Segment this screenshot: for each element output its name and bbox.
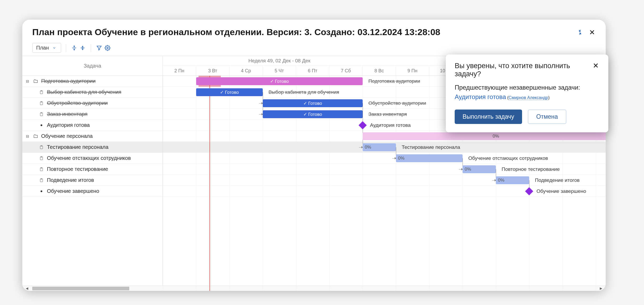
- gantt-bar[interactable]: ✓ ГотовоПодготовка аудитории: [196, 77, 363, 85]
- view-dropdown[interactable]: План: [32, 43, 61, 53]
- task-icon: [39, 178, 44, 183]
- day-cell: 8 Вс: [363, 66, 396, 76]
- task-name: Подведение итогов: [47, 177, 94, 183]
- close-icon[interactable]: [588, 29, 596, 36]
- timeline-row: 0%Подведение итогов: [163, 175, 606, 186]
- day-cell: 3 Вт: [196, 66, 229, 76]
- toolbar: План: [22, 41, 606, 56]
- task-row[interactable]: Заказ инвентаря: [22, 109, 163, 120]
- chevron-down-icon: [52, 46, 56, 50]
- collapse-toggle-icon[interactable]: ⊟: [26, 134, 31, 138]
- milestone-icon: [39, 123, 44, 127]
- pending-task-link[interactable]: Аудитория готова: [455, 93, 506, 100]
- gantt-bar[interactable]: 0%Тестирование персонала: [363, 143, 396, 151]
- task-row[interactable]: Тестирование персонала: [22, 142, 163, 153]
- window-actions: [577, 29, 596, 36]
- task-name: Повторное тестирование: [47, 166, 108, 172]
- task-name: Аудитория готова: [47, 122, 90, 128]
- task-row[interactable]: Аудитория готова: [22, 120, 163, 131]
- bar-label: Заказ инвентаря: [368, 111, 407, 117]
- task-icon: [39, 112, 44, 117]
- task-column-header: Задача: [22, 56, 163, 76]
- bar-label: Обучение завершено: [536, 188, 586, 194]
- filter-icon[interactable]: [96, 45, 103, 51]
- task-row[interactable]: Выбор кабинета для обучения: [22, 87, 163, 98]
- bar-label: Подведение итогов: [535, 177, 579, 183]
- dialog-title: Вы уверены, что хотите выполнить задачу?: [455, 62, 592, 78]
- bar-label: Обучение отстающих сотрудников: [468, 155, 548, 161]
- gantt-bar[interactable]: 0%Повторное тестирование: [463, 165, 496, 173]
- timeline-row: 0%Тестирование персонала: [163, 142, 606, 153]
- task-row[interactable]: ⊟Подготовка аудитории: [22, 76, 163, 87]
- gantt-bar[interactable]: ✓ ГотовоОбустройство аудитории: [263, 99, 363, 107]
- collapse-icon[interactable]: [577, 29, 583, 35]
- gantt-bar[interactable]: ✓ ГотовоВыбор кабинета для обучения: [196, 88, 263, 96]
- window-title: План проекта Обучение в региональном отд…: [32, 27, 577, 37]
- task-row[interactable]: Обучение отстающих сотрудников: [22, 153, 163, 164]
- cancel-button[interactable]: Отмена: [528, 110, 566, 124]
- milestone-marker[interactable]: [358, 121, 367, 129]
- task-row[interactable]: Повторное тестирование: [22, 164, 163, 175]
- task-name: Тестирование персонала: [47, 144, 109, 150]
- task-row[interactable]: ⊟Обучение персонала: [22, 131, 163, 142]
- timeline-row: 0%Повторное тестирование: [163, 164, 606, 175]
- day-cell: 9 Пн: [396, 66, 429, 76]
- svg-point-9: [41, 190, 42, 192]
- task-name: Выбор кабинета для обучения: [47, 89, 121, 95]
- view-dropdown-label: План: [36, 45, 49, 51]
- bar-text: 0%: [465, 167, 471, 172]
- milestone-icon: [39, 189, 44, 193]
- bar-label: Аудитория готова: [370, 122, 411, 128]
- gantt-bar[interactable]: 0%Обучение отстающих сотрудников: [396, 154, 463, 162]
- day-cell: 5 Чт: [263, 66, 296, 76]
- bar-text: ✓ Готово: [303, 101, 322, 106]
- bar-text: 0%: [365, 145, 371, 150]
- gantt-bar[interactable]: 0%Обучение персонала: [363, 132, 606, 140]
- milestone-marker[interactable]: [525, 187, 533, 195]
- gear-icon[interactable]: [104, 45, 111, 51]
- task-icon: [39, 167, 44, 172]
- bar-text: ✓ Готово: [303, 112, 322, 117]
- task-icon: [39, 156, 44, 161]
- collapse-all-icon[interactable]: [79, 45, 86, 51]
- bar-text: ✓ Готово: [270, 79, 289, 84]
- dialog-close-icon[interactable]: [592, 62, 599, 69]
- week-label: Неделя 49, 02 Дек - 08 Дек: [163, 58, 396, 64]
- confirm-button[interactable]: Выполнить задачу: [455, 110, 522, 124]
- task-row[interactable]: Подведение итогов: [22, 175, 163, 186]
- dialog-subtitle: Предшествующие незавершенные задачи:: [455, 84, 599, 91]
- gantt-bar[interactable]: 0%Подведение итогов: [496, 176, 529, 184]
- task-icon: [39, 101, 44, 106]
- divider: [66, 44, 66, 52]
- svg-point-4: [41, 124, 42, 126]
- expand-all-icon[interactable]: [71, 45, 78, 51]
- task-name: Обучение завершено: [47, 188, 99, 194]
- bar-label: Обустройство аудитории: [368, 100, 426, 106]
- task-name: Обучение отстающих сотрудников: [47, 155, 131, 161]
- timeline-row: Обучение завершено: [163, 186, 606, 197]
- scroll-left-icon[interactable]: ◄: [25, 286, 29, 291]
- gantt-bar[interactable]: ✓ ГотовоЗаказ инвентаря: [263, 110, 363, 118]
- day-cell: 2 Пн: [163, 66, 196, 76]
- task-rows: ⊟Подготовка аудиторииВыбор кабинета для …: [22, 76, 163, 291]
- task-row[interactable]: Обучение завершено: [22, 186, 163, 197]
- bar-text: 0%: [493, 134, 499, 139]
- task-icon: [39, 90, 44, 95]
- bar-text: ✓ Готово: [220, 90, 239, 95]
- folder-icon: [33, 79, 39, 84]
- task-pane: Задача ⊟Подготовка аудиторииВыбор кабине…: [22, 56, 163, 291]
- task-name: Заказ инвентаря: [47, 111, 88, 117]
- task-icon: [39, 145, 44, 150]
- folder-icon: [33, 134, 39, 139]
- task-name: Обустройство аудитории: [47, 100, 108, 106]
- assignee-link[interactable]: Смирнов Александр: [509, 95, 548, 100]
- bar-label: Тестирование персонала: [402, 144, 460, 150]
- bar-text: 0%: [498, 178, 505, 183]
- collapse-toggle-icon[interactable]: ⊟: [26, 79, 31, 83]
- task-name: Обучение персонала: [41, 133, 93, 139]
- task-row[interactable]: Обустройство аудитории: [22, 98, 163, 109]
- divider: [91, 44, 91, 52]
- scroll-thumb[interactable]: [32, 287, 129, 290]
- confirm-dialog: Вы уверены, что хотите выполнить задачу?…: [446, 55, 608, 132]
- day-cell: 7 Сб: [329, 66, 363, 76]
